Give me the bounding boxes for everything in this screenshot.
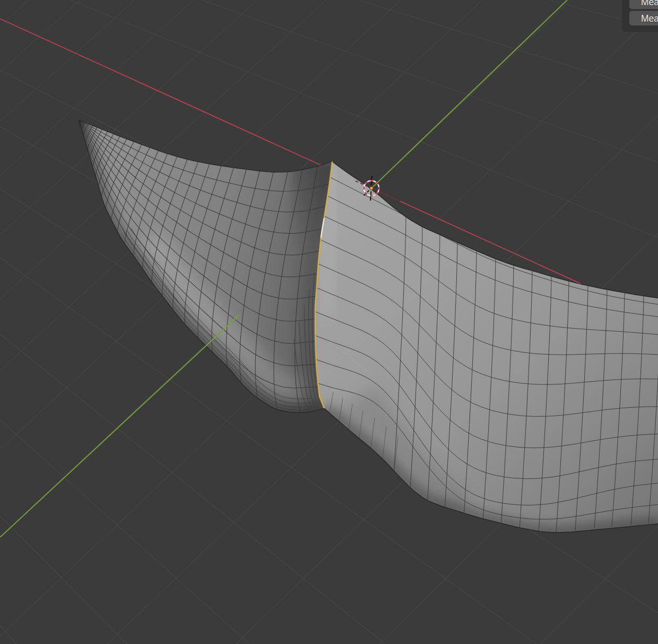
svg-text:Mea: Mea: [641, 13, 658, 24]
svg-text:Mea: Mea: [641, 0, 658, 7]
